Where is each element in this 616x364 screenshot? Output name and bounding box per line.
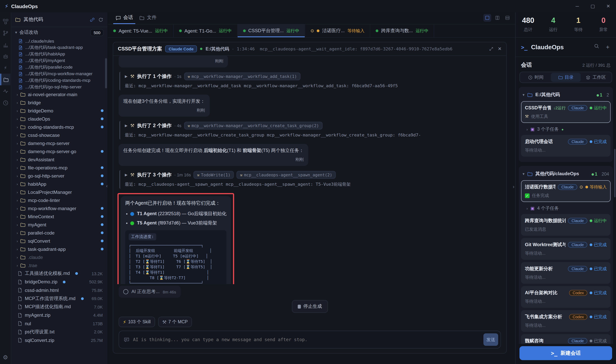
agent-tab[interactable]: ⊙ Agent: T5-Vue... 运行中 <box>108 25 173 37</box>
message-input[interactable] <box>119 337 500 342</box>
settings-gear-icon[interactable]: ⚙ <box>3 354 8 361</box>
tool-chip[interactable]: ⚒mcp__workflow-manager__workflow_add_tas… <box>184 73 300 80</box>
changed-file-row[interactable]: .../其他代码/go-sql-http-server <box>11 84 107 90</box>
session-card[interactable]: 启动代理会话 Claude 已完成 等待活动... <box>521 135 611 156</box>
file-row[interactable]: sqlConvert.zip 25.7M <box>11 336 107 344</box>
tool-chip[interactable]: ⚒mcp__claudeops-agent__spawn_agent(2) <box>237 171 336 179</box>
search-icon[interactable] <box>594 43 599 49</box>
minimize-button[interactable]: ─ <box>569 0 585 13</box>
folder-row[interactable]: › bridgeDemo <box>11 107 107 115</box>
changed-file-row[interactable]: .../其他代码/habitApp <box>11 51 107 57</box>
tab-files[interactable]: 文件 <box>137 14 159 24</box>
folder-row[interactable]: › mcp-workflow-manager <box>11 204 107 212</box>
link-icon[interactable] <box>90 17 95 22</box>
folder-row[interactable]: › .claude <box>11 253 107 261</box>
folder-row[interactable]: › devAssistant <box>11 156 107 164</box>
file-row[interactable]: MCP工作流管理系统.md 69.0K <box>11 294 107 303</box>
folder-row[interactable]: › mcp-code-linter <box>11 196 107 204</box>
folder-row[interactable]: › task-quadrant-app <box>11 245 107 253</box>
folder-row[interactable]: › file-operations-mcp <box>11 164 107 172</box>
session-groups[interactable]: ▾ E:/其他代码 1 2 CSSD平台管理... ↓2运行 Claude 运行… <box>516 86 616 344</box>
filter-time[interactable]: 时间 <box>521 73 551 82</box>
session-card[interactable]: 飞书集成方案分析 Codex 已完成 等待活动... <box>521 310 611 332</box>
refresh-icon[interactable] <box>98 17 103 22</box>
subtasks-row[interactable]: › ▣ 3 个子任务 ● <box>521 125 611 135</box>
folder-row[interactable]: › coding-standards-mcp <box>11 123 107 131</box>
session-card[interactable]: Git Worktree测试与文... Claude 已完成 等待活动... <box>521 238 611 260</box>
layout-single-icon[interactable] <box>483 14 491 22</box>
changed-file-row[interactable]: .../其他代码/myAgent <box>11 57 107 64</box>
filter-workspace[interactable]: 工作区 <box>581 73 611 82</box>
git-branch-icon[interactable] <box>0 27 11 39</box>
file-row[interactable]: myAgent.zip 4.4M <box>11 311 107 319</box>
expand-arrow-icon[interactable]: ▶ <box>125 124 128 128</box>
filter-directory[interactable]: 目录 <box>551 73 581 82</box>
agent-tab[interactable]: ⊙ Agent: T1-Go... 运行中 <box>173 25 237 37</box>
group-header[interactable]: ▾ 其他代码/claudeOps 1 204 <box>521 168 611 180</box>
file-row[interactable]: nul 173B <box>11 319 107 328</box>
folder-row[interactable]: › dameng-mcp-server <box>11 139 107 147</box>
folder-row[interactable]: › ai-novel-generator-main <box>11 90 107 98</box>
session-card[interactable]: 魏赋咨询 Claude 已完成 等待活动... <box>521 334 611 344</box>
lightning-icon[interactable]: ⚡ <box>0 62 11 74</box>
folder-row[interactable]: › go-sql-http-server <box>11 172 107 180</box>
file-row[interactable]: 工具描述优化模板.md 13.2K <box>11 269 107 278</box>
send-button[interactable]: 发送 <box>483 333 498 346</box>
agent-tab[interactable]: ⊙ 跨库查询与数... 运行中 <box>370 25 434 37</box>
history-icon[interactable] <box>0 97 11 109</box>
changed-file-row[interactable]: .../其他代码/task-quadrant-app <box>11 44 107 51</box>
layout-rows-icon[interactable] <box>504 14 511 22</box>
folder-row[interactable]: › habitApp <box>11 180 107 188</box>
file-row[interactable]: bridgeDemo.zip 502.9K <box>11 278 107 286</box>
mcp-chip[interactable]: ⚒7 个 MCP <box>158 317 192 327</box>
folder-row[interactable]: › myAgent <box>11 221 107 229</box>
folder-row[interactable]: › LocalProjectManager <box>11 188 107 196</box>
changes-section-header[interactable]: ▾ 会话改动 500 <box>11 27 107 38</box>
activity-icon[interactable] <box>0 85 11 97</box>
explorer-scrollbar[interactable] <box>105 58 107 88</box>
group-header[interactable]: ▾ E:/其他代码 1 2 <box>521 89 611 101</box>
file-row[interactable]: cssd-admin.html 75.8K <box>11 286 107 294</box>
session-card[interactable]: 跨库查询与数据统计确认 Claude 运行中 ↩已发送消息 <box>521 214 611 236</box>
message-list[interactable]: 刚刚 ▶ ⚒ 执行了 1 个操作 · 1s ⚒mcp__workflow-man… <box>113 56 506 284</box>
changed-file-row[interactable]: .../其他代码/mcp-workflow-manager <box>11 71 107 77</box>
plus-icon[interactable]: ＋ <box>605 43 611 51</box>
folder-row[interactable]: › sqlConvert <box>11 237 107 245</box>
folder-row[interactable]: › MineContext <box>11 212 107 221</box>
folder-row[interactable]: › .trae <box>11 261 107 269</box>
changed-file-row[interactable]: .../其他代码/parallel-code <box>11 64 107 71</box>
maximize-button[interactable]: ▢ <box>585 0 601 13</box>
expand-arrow-icon[interactable]: ▶ <box>125 74 128 78</box>
tool-chip[interactable]: ⚒TodoWrite(1) <box>194 171 234 179</box>
chart-icon[interactable] <box>0 39 11 50</box>
stop-generation-button[interactable]: 停止生成 <box>292 300 328 313</box>
session-card[interactable]: 功能更新分析 Claude 已完成 等待活动... <box>521 262 611 284</box>
session-card[interactable]: CSSD平台管理... ↓2运行 Claude 运行中 ⚒使用工具 <box>521 101 611 123</box>
collapse-right-handle[interactable]: › <box>513 184 514 190</box>
folder-row[interactable]: › cssd-showcase <box>11 131 107 139</box>
changed-file-row[interactable]: .../.claude/rules <box>11 38 107 44</box>
close-button[interactable]: ✕ <box>601 0 616 13</box>
session-card[interactable]: AI平台架构对比 Codex 已完成 等待活动... <box>521 286 611 308</box>
layout-columns-icon[interactable] <box>493 14 501 22</box>
robot-icon[interactable] <box>0 50 11 62</box>
collapse-explorer-handle[interactable]: ‹ <box>106 183 108 189</box>
file-row[interactable]: MCP描述优化指南.md 7.0K <box>11 303 107 311</box>
tool-chip[interactable]: ⚒mcp__workflow-manager__workflow_create_… <box>184 122 322 130</box>
skills-chip[interactable]: ⚡103 个 Skill <box>119 317 155 327</box>
changed-file-row[interactable]: .../其他代码/coding-standards-mcp <box>11 77 107 84</box>
folder-row[interactable]: › parallel-code <box>11 229 107 237</box>
folder-row[interactable]: › dameng-mcp-server-go <box>11 147 107 156</box>
agent-tab[interactable]: ⊙ CSSD平台管理... 运行中 <box>237 25 305 37</box>
expand-icon[interactable]: ⤢ <box>489 46 493 52</box>
close-chat-icon[interactable]: ✕ <box>498 46 502 52</box>
folder-row[interactable]: › bridge <box>11 98 107 107</box>
session-card[interactable]: 洁诺医疗数据导出... Claude ⊙ 等待输入 ✓任务完成 <box>521 180 611 202</box>
folder-row[interactable]: › claudeOps <box>11 115 107 123</box>
tab-sessions[interactable]: 会话 <box>113 14 135 24</box>
expand-arrow-icon[interactable]: ▶ <box>125 173 128 177</box>
structure-icon[interactable] <box>0 15 11 27</box>
files-icon[interactable] <box>0 74 11 85</box>
agent-tab[interactable]: ⊙ 洁诺医疗... 等待输入 <box>305 25 370 37</box>
new-session-button[interactable]: >_ 新建会话 <box>519 346 612 360</box>
